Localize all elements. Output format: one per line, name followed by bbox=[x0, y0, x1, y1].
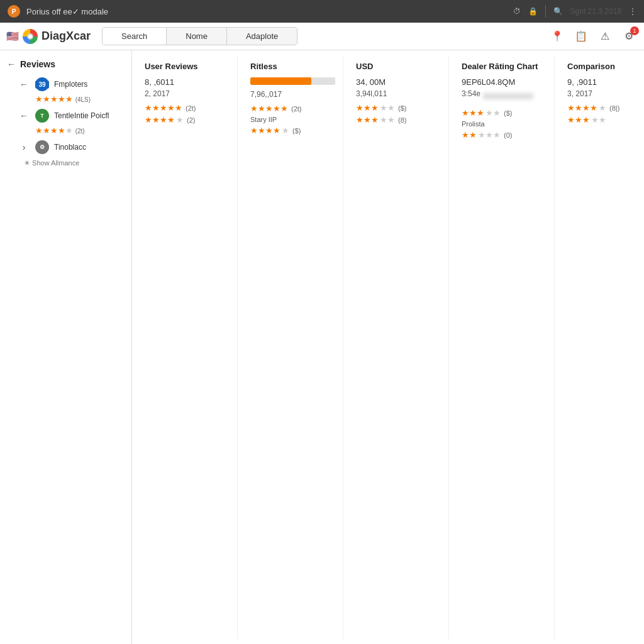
column-comparison: Comparison 9, ,9011 3, 2017 ★★★★★(8|) ★★… bbox=[560, 55, 644, 639]
progress-fill-ritless bbox=[250, 77, 311, 85]
star-count-1: (4LS) bbox=[75, 96, 91, 103]
settings-icon[interactable]: ⚙ 1 bbox=[620, 28, 638, 45]
location-icon[interactable]: 📍 bbox=[548, 28, 566, 45]
stars-4a: ★★★★★($) bbox=[462, 108, 547, 118]
col-sub-dealer: 3:54e bbox=[462, 89, 480, 98]
avatar-2: T bbox=[35, 109, 49, 123]
col-value-3a: 34, 00M bbox=[356, 77, 441, 87]
col-header-ritless: Ritless bbox=[250, 62, 335, 71]
main-layout: ← Reviews ← 39 Fmploters ★★★★★ (4LS) ← T… bbox=[0, 50, 644, 644]
stars-4b: ★★★★★(0) bbox=[462, 130, 547, 140]
col-value-1a: 8, ,6011 bbox=[145, 77, 230, 87]
stars-5a: ★★★★★(8|) bbox=[567, 103, 644, 113]
col-sub-comparison: 3, 2017 bbox=[567, 89, 644, 98]
notif-badge: 1 bbox=[630, 26, 639, 35]
stars-3b: ★★★★★(8) bbox=[356, 115, 441, 125]
col-tag-ritless: Stary IIP bbox=[250, 116, 335, 123]
badge-1: 39 bbox=[35, 80, 48, 89]
logo-text: DiagXcar bbox=[42, 30, 91, 43]
sidebar-item-fmploters[interactable]: ← 39 Fmploters bbox=[0, 74, 131, 94]
column-user-reviews: User Reviews 8, ,6011 2, 2017 ★★★★★(2t) … bbox=[137, 55, 238, 639]
col-header-dealer: Dealer Rāting Chart bbox=[462, 62, 547, 71]
alert-icon[interactable]: ⚠ bbox=[596, 28, 614, 45]
clipboard-icon[interactable]: 📋 bbox=[572, 28, 590, 45]
flag-icon: 🇺🇸 bbox=[6, 30, 19, 42]
chrome-icon bbox=[23, 29, 38, 44]
user-time: Sgnt 21.3.2018 bbox=[570, 7, 621, 16]
more-icon[interactable]: ⋮ bbox=[629, 7, 636, 16]
stars-3a: ★★★★★($) bbox=[356, 103, 441, 113]
sidebar-expand-btn-1[interactable]: ← bbox=[18, 78, 30, 91]
app-header: 🇺🇸 DiagXcar Search Nome Adaplote 📍 📋 ⚠ ⚙… bbox=[0, 23, 644, 50]
column-usd: USD 34, 00M 3,94l,011 ★★★★★($) ★★★★★(8) bbox=[348, 55, 449, 639]
browser-favicon: P bbox=[8, 5, 20, 18]
clock-icon[interactable]: ⏱ bbox=[513, 7, 521, 16]
stars-1b: ★★★★★(2) bbox=[145, 115, 230, 125]
item-label-1: Fmploters bbox=[54, 80, 87, 89]
col-sub-usd: 3,94l,011 bbox=[356, 89, 441, 98]
browser-controls: ⏱ 🔒 🔍 Sgnt 21.3.2018 ⋮ bbox=[513, 5, 636, 18]
content-area: User Reviews 8, ,6011 2, 2017 ★★★★★(2t) … bbox=[132, 50, 644, 644]
search-icon[interactable]: 🔍 bbox=[553, 7, 563, 16]
sidebar-sub-show-allmance[interactable]: ☀ Show Allmance bbox=[0, 157, 131, 169]
stars-2b: ★★★★★($) bbox=[250, 126, 335, 135]
col-value-4a: 9EP6L04.8QM bbox=[462, 77, 547, 87]
tab-search[interactable]: Search bbox=[103, 28, 167, 45]
column-dealer-rating: Dealer Rāting Chart 9EP6L04.8QM 3:54e ★★… bbox=[454, 55, 555, 639]
sidebar-expand-btn-3[interactable]: › bbox=[18, 141, 30, 153]
tab-adaplote[interactable]: Adaplote bbox=[227, 28, 297, 45]
browser-title: Porius off ee✓ modale bbox=[26, 7, 507, 16]
logo-area: 🇺🇸 DiagXcar bbox=[6, 29, 91, 44]
blurred-dealer bbox=[483, 93, 533, 99]
progress-bar-ritless bbox=[250, 77, 335, 85]
col-value-5a: 9, ,9011 bbox=[567, 77, 644, 87]
sidebar-back-button[interactable]: ← bbox=[5, 58, 18, 70]
star-count-2: (2t) bbox=[75, 128, 85, 135]
nav-tabs: Search Nome Adaplote bbox=[102, 27, 297, 45]
stars-row-1: ★★★★★ (4LS) bbox=[0, 94, 131, 104]
sidebar-item-tinoblacc[interactable]: › ⚙ Tinoblacc bbox=[0, 137, 131, 157]
tab-nome[interactable]: Nome bbox=[167, 28, 227, 45]
sidebar-header: ← Reviews bbox=[0, 55, 131, 74]
col-label-dealer: Prolista bbox=[462, 120, 547, 128]
sidebar: ← Reviews ← 39 Fmploters ★★★★★ (4LS) ← T… bbox=[0, 50, 132, 644]
col-header-user-reviews: User Reviews bbox=[145, 62, 230, 71]
col-sub-1: 2, 2017 bbox=[145, 89, 230, 98]
stars-row-2: ★★★★★ (2t) bbox=[0, 126, 131, 135]
col-sub-ritless: 7,96,,017 bbox=[250, 90, 335, 99]
stars-2a: ★★★★★(2t) bbox=[250, 104, 335, 113]
item-label-2: TentleIntie Poicfl bbox=[54, 111, 109, 120]
avatar-1: 39 bbox=[35, 77, 49, 91]
item-label-3: Tinoblacc bbox=[54, 143, 86, 152]
divider bbox=[545, 5, 546, 18]
avatar-3: ⚙ bbox=[35, 140, 49, 154]
col-header-comparison: Comparison bbox=[567, 62, 644, 71]
lock-icon[interactable]: 🔒 bbox=[528, 7, 538, 16]
sidebar-expand-btn-2[interactable]: ← bbox=[18, 109, 30, 122]
column-ritless: Ritless 7,96,,017 ★★★★★(2t) Stary IIP ★★… bbox=[243, 55, 343, 639]
col-header-usd: USD bbox=[356, 62, 441, 71]
stars-1a: ★★★★★(2t) bbox=[145, 103, 230, 113]
stars-5b: ★★★★★ bbox=[567, 115, 644, 125]
sidebar-item-tentleintie[interactable]: ← T TentleIntie Poicfl bbox=[0, 106, 131, 126]
sidebar-title: Reviews bbox=[20, 59, 55, 69]
browser-bar: P Porius off ee✓ modale ⏱ 🔒 🔍 Sgnt 21.3.… bbox=[0, 0, 644, 23]
header-actions: 📍 📋 ⚠ ⚙ 1 bbox=[548, 28, 638, 45]
